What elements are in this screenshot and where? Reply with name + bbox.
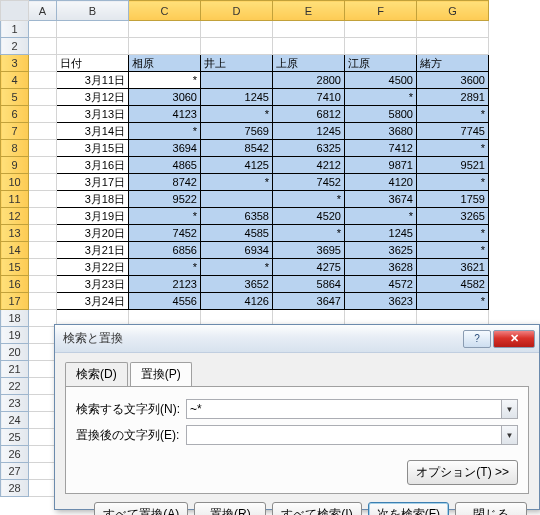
close-button[interactable]: 閉じる xyxy=(455,502,527,515)
column-header-G[interactable]: G xyxy=(417,1,489,21)
find-all-button[interactable]: すべて検索(I) xyxy=(272,502,361,515)
cell[interactable] xyxy=(57,21,129,38)
row-header-10[interactable]: 10 xyxy=(1,174,29,191)
data-cell[interactable]: 7452 xyxy=(273,174,345,191)
date-cell[interactable]: 3月20日 xyxy=(57,225,129,242)
row-header-5[interactable]: 5 xyxy=(1,89,29,106)
replace-button[interactable]: 置換(R) xyxy=(194,502,266,515)
data-cell[interactable]: 1245 xyxy=(345,225,417,242)
row-header-24[interactable]: 24 xyxy=(1,412,29,429)
data-cell[interactable]: 3621 xyxy=(417,259,489,276)
data-cell[interactable]: * xyxy=(417,106,489,123)
data-cell[interactable]: 5800 xyxy=(345,106,417,123)
date-cell[interactable]: 3月24日 xyxy=(57,293,129,310)
cell[interactable] xyxy=(29,310,57,327)
header-e[interactable]: 上原 xyxy=(273,55,345,72)
data-cell[interactable]: 7452 xyxy=(129,225,201,242)
row-header-2[interactable]: 2 xyxy=(1,38,29,55)
row-header-18[interactable]: 18 xyxy=(1,310,29,327)
options-button[interactable]: オプション(T) >> xyxy=(407,460,518,485)
header-date[interactable]: 日付 xyxy=(57,55,129,72)
cell[interactable] xyxy=(57,38,129,55)
data-cell[interactable]: 1245 xyxy=(273,123,345,140)
data-cell[interactable]: 3623 xyxy=(345,293,417,310)
data-cell[interactable]: * xyxy=(273,191,345,208)
cell[interactable] xyxy=(129,38,201,55)
cell[interactable] xyxy=(345,21,417,38)
cell[interactable] xyxy=(29,259,57,276)
data-cell[interactable]: * xyxy=(129,259,201,276)
data-cell[interactable]: * xyxy=(273,225,345,242)
row-header-17[interactable]: 17 xyxy=(1,293,29,310)
data-cell[interactable]: 3060 xyxy=(129,89,201,106)
replace-input[interactable] xyxy=(186,425,502,445)
data-cell[interactable]: 8542 xyxy=(201,140,273,157)
data-cell[interactable]: 4126 xyxy=(201,293,273,310)
data-cell[interactable]: * xyxy=(201,174,273,191)
data-cell[interactable]: 2800 xyxy=(273,72,345,89)
row-header-22[interactable]: 22 xyxy=(1,378,29,395)
data-cell[interactable]: 1245 xyxy=(201,89,273,106)
data-cell[interactable]: 7410 xyxy=(273,89,345,106)
data-cell[interactable] xyxy=(201,191,273,208)
cell[interactable] xyxy=(29,242,57,259)
cell[interactable] xyxy=(417,38,489,55)
date-cell[interactable]: 3月22日 xyxy=(57,259,129,276)
find-next-button[interactable]: 次を検索(F) xyxy=(368,502,449,515)
cell[interactable] xyxy=(201,38,273,55)
data-cell[interactable]: 3600 xyxy=(417,72,489,89)
column-header-F[interactable]: F xyxy=(345,1,417,21)
data-cell[interactable]: 4556 xyxy=(129,293,201,310)
data-cell[interactable]: 4212 xyxy=(273,157,345,174)
date-cell[interactable]: 3月12日 xyxy=(57,89,129,106)
data-cell[interactable]: * xyxy=(417,225,489,242)
cell[interactable] xyxy=(29,106,57,123)
data-cell[interactable]: 4865 xyxy=(129,157,201,174)
header-g[interactable]: 緒方 xyxy=(417,55,489,72)
row-header-12[interactable]: 12 xyxy=(1,208,29,225)
cell[interactable] xyxy=(29,208,57,225)
data-cell[interactable]: * xyxy=(417,242,489,259)
row-header-19[interactable]: 19 xyxy=(1,327,29,344)
tab-replace[interactable]: 置換(P) xyxy=(130,362,192,387)
cell[interactable] xyxy=(29,225,57,242)
replace-dropdown-button[interactable]: ▼ xyxy=(502,425,518,445)
cell[interactable] xyxy=(29,395,57,412)
data-cell[interactable]: 4120 xyxy=(345,174,417,191)
cell[interactable] xyxy=(29,174,57,191)
date-cell[interactable]: 3月15日 xyxy=(57,140,129,157)
cell[interactable] xyxy=(29,378,57,395)
data-cell[interactable]: 3652 xyxy=(201,276,273,293)
date-cell[interactable]: 3月11日 xyxy=(57,72,129,89)
data-cell[interactable]: * xyxy=(417,293,489,310)
row-header-4[interactable]: 4 xyxy=(1,72,29,89)
column-header-C[interactable]: C xyxy=(129,1,201,21)
select-all-corner[interactable] xyxy=(1,1,29,21)
row-header-15[interactable]: 15 xyxy=(1,259,29,276)
row-header-21[interactable]: 21 xyxy=(1,361,29,378)
cell[interactable] xyxy=(29,21,57,38)
cell[interactable] xyxy=(129,21,201,38)
row-header-13[interactable]: 13 xyxy=(1,225,29,242)
data-cell[interactable]: 5864 xyxy=(273,276,345,293)
data-cell[interactable]: * xyxy=(129,72,201,89)
data-cell[interactable]: 4520 xyxy=(273,208,345,225)
data-cell[interactable]: * xyxy=(417,140,489,157)
cell[interactable] xyxy=(29,38,57,55)
dialog-titlebar[interactable]: 検索と置換 ? ✕ xyxy=(55,325,539,353)
date-cell[interactable]: 3月16日 xyxy=(57,157,129,174)
find-dropdown-button[interactable]: ▼ xyxy=(502,399,518,419)
data-cell[interactable]: 6325 xyxy=(273,140,345,157)
data-cell[interactable] xyxy=(201,72,273,89)
date-cell[interactable]: 3月19日 xyxy=(57,208,129,225)
cell[interactable] xyxy=(29,463,57,480)
data-cell[interactable]: 3694 xyxy=(129,140,201,157)
cell[interactable] xyxy=(29,191,57,208)
row-header-28[interactable]: 28 xyxy=(1,480,29,497)
date-cell[interactable]: 3月14日 xyxy=(57,123,129,140)
header-c[interactable]: 相原 xyxy=(129,55,201,72)
data-cell[interactable]: 9521 xyxy=(417,157,489,174)
row-header-27[interactable]: 27 xyxy=(1,463,29,480)
date-cell[interactable]: 3月21日 xyxy=(57,242,129,259)
data-cell[interactable]: 4275 xyxy=(273,259,345,276)
